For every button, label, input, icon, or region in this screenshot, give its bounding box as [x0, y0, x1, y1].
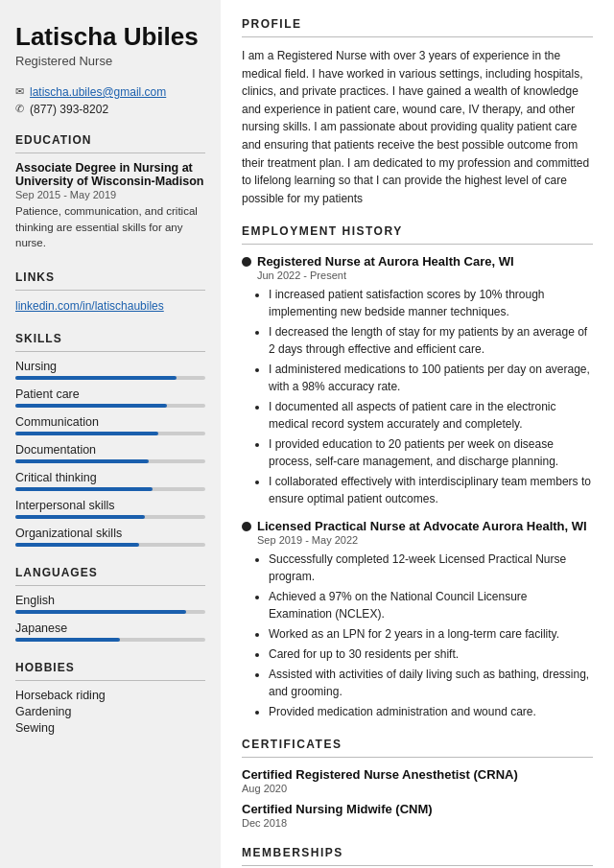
- profile-divider: [242, 36, 593, 37]
- job-bullet: Successfully completed 12-week Licensed …: [269, 551, 593, 585]
- language-item: English: [15, 594, 205, 614]
- language-item: Japanese: [15, 622, 205, 642]
- linkedin-link[interactable]: linkedin.com/in/latischaubiles: [15, 299, 164, 313]
- job-bullet: Assisted with activities of daily living…: [269, 666, 593, 700]
- cert-entry: Certified Nursing Midwife (CNM) Dec 2018: [242, 802, 593, 829]
- edu-desc: Patience, communication, and critical th…: [15, 203, 205, 251]
- skill-label: Organizational skills: [15, 527, 205, 540]
- skill-bar-bg: [15, 432, 205, 435]
- skill-bar-bg: [15, 543, 205, 547]
- skill-item: Documentation: [15, 443, 205, 463]
- contact-section: ✉ latischa.ubiles@gmail.com ✆ (877) 393-…: [15, 85, 205, 116]
- skill-item: Organizational skills: [15, 527, 205, 547]
- languages-title: LANGUAGES: [15, 566, 205, 579]
- skill-bar-bg: [15, 459, 205, 463]
- skill-bar-fill: [15, 487, 153, 491]
- links-divider: [15, 290, 205, 291]
- hobby-item: Sewing: [15, 721, 205, 735]
- skill-label: Interpersonal skills: [15, 499, 205, 512]
- job-bullet: I administered medications to 100 patien…: [269, 361, 593, 395]
- skill-item: Patient care: [15, 387, 205, 408]
- email-icon: ✉: [15, 85, 24, 98]
- education-divider: [15, 152, 205, 153]
- memberships-section: MEMBERSHIPS American Nurses AssociationN…: [242, 846, 593, 868]
- certificates-title: CERTIFICATES: [242, 738, 593, 751]
- profile-text: I am a Registered Nurse with over 3 year…: [242, 47, 593, 207]
- skill-label: Critical thinking: [15, 471, 205, 484]
- certificates-divider: [242, 757, 593, 758]
- cert-name: Certified Nursing Midwife (CNM): [242, 802, 593, 816]
- links-section: LINKS linkedin.com/in/latischaubiles: [15, 270, 205, 313]
- skill-label: Nursing: [15, 360, 205, 373]
- skill-bar-bg: [15, 404, 205, 408]
- job-bullet: I increased patient satisfaction scores …: [269, 286, 593, 320]
- skill-bar-fill: [15, 543, 139, 547]
- certs-list: Certified Registered Nurse Anesthetist (…: [242, 767, 593, 829]
- job-title-text: Licensed Practical Nurse at Advocate Aur…: [257, 519, 587, 533]
- main-content: PROFILE I am a Registered Nurse with ove…: [221, 0, 614, 868]
- cert-name: Certified Registered Nurse Anesthetist (…: [242, 767, 593, 782]
- job-title: Registered Nurse at Aurora Health Care, …: [242, 254, 593, 269]
- job-title-text: Registered Nurse at Aurora Health Care, …: [257, 254, 514, 269]
- profile-section: PROFILE I am a Registered Nurse with ove…: [242, 17, 593, 207]
- edu-date: Sep 2015 - May 2019: [15, 189, 205, 200]
- skill-item: Nursing: [15, 360, 205, 380]
- memberships-divider: [242, 865, 593, 866]
- job-bullet: Achieved a 97% on the National Council L…: [269, 588, 593, 622]
- skill-item: Communication: [15, 415, 205, 435]
- hobby-item: Horseback riding: [15, 689, 205, 702]
- job-entry: Registered Nurse at Aurora Health Care, …: [242, 254, 593, 507]
- cert-date: Aug 2020: [242, 783, 593, 794]
- sidebar: Latischa Ubiles Registered Nurse ✉ latis…: [0, 0, 221, 868]
- employment-section: EMPLOYMENT HISTORY Registered Nurse at A…: [242, 224, 593, 720]
- job-bullet: I documented all aspects of patient care…: [269, 398, 593, 433]
- hobby-item: Gardening: [15, 705, 205, 718]
- languages-divider: [15, 585, 205, 586]
- education-title: EDUCATION: [15, 133, 205, 147]
- skill-bar-fill: [15, 376, 177, 380]
- email-item: ✉ latischa.ubiles@gmail.com: [15, 85, 205, 99]
- skill-bar-fill: [15, 432, 158, 435]
- job-bullet: Cared for up to 30 residents per shift.: [269, 645, 593, 663]
- job-title: Licensed Practical Nurse at Advocate Aur…: [242, 519, 593, 533]
- hobbies-section: HOBBIES Horseback ridingGardeningSewing: [15, 661, 205, 735]
- hobbies-divider: [15, 680, 205, 681]
- skill-label: Documentation: [15, 443, 205, 457]
- phone-number: (877) 393-8202: [30, 103, 108, 116]
- lang-bar-fill: [15, 638, 120, 642]
- employment-divider: [242, 244, 593, 245]
- memberships-title: MEMBERSHIPS: [242, 846, 593, 859]
- skill-item: Critical thinking: [15, 471, 205, 491]
- lang-bar-bg: [15, 610, 205, 614]
- languages-section: LANGUAGES English Japanese: [15, 566, 205, 642]
- skill-bar-fill: [15, 515, 145, 519]
- cert-date: Dec 2018: [242, 817, 593, 829]
- skill-label: Communication: [15, 415, 205, 429]
- job-bullets: I increased patient satisfaction scores …: [269, 286, 593, 507]
- languages-list: English Japanese: [15, 594, 205, 642]
- job-dot-icon: [242, 522, 251, 531]
- job-bullet: I decreased the length of stay for my pa…: [269, 323, 593, 358]
- skills-list: Nursing Patient care Communication Docum…: [15, 360, 205, 547]
- lang-label: English: [15, 594, 205, 607]
- edu-degree: Associate Degree in Nursing at Universit…: [15, 161, 205, 188]
- name: Latischa Ubiles: [15, 23, 205, 52]
- skill-bar-bg: [15, 515, 205, 519]
- job-bullet: I provided education to 20 patients per …: [269, 435, 593, 470]
- job-bullet: Provided medication administration and w…: [269, 703, 593, 720]
- lang-bar-bg: [15, 638, 205, 642]
- certificates-section: CERTIFICATES Certified Registered Nurse …: [242, 738, 593, 829]
- skill-bar-fill: [15, 404, 167, 408]
- skill-bar-bg: [15, 487, 205, 491]
- job-bullets: Successfully completed 12-week Licensed …: [269, 551, 593, 720]
- skills-divider: [15, 351, 205, 352]
- links-title: LINKS: [15, 270, 205, 284]
- phone-item: ✆ (877) 393-8202: [15, 103, 205, 116]
- skill-bar-bg: [15, 376, 205, 380]
- job-title-label: Registered Nurse: [15, 54, 205, 68]
- job-bullet: I collaborated effectively with interdis…: [269, 473, 593, 507]
- skill-label: Patient care: [15, 387, 205, 401]
- email-link[interactable]: latischa.ubiles@gmail.com: [30, 85, 166, 99]
- hobbies-title: HOBBIES: [15, 661, 205, 674]
- job-date: Jun 2022 - Present: [257, 270, 593, 281]
